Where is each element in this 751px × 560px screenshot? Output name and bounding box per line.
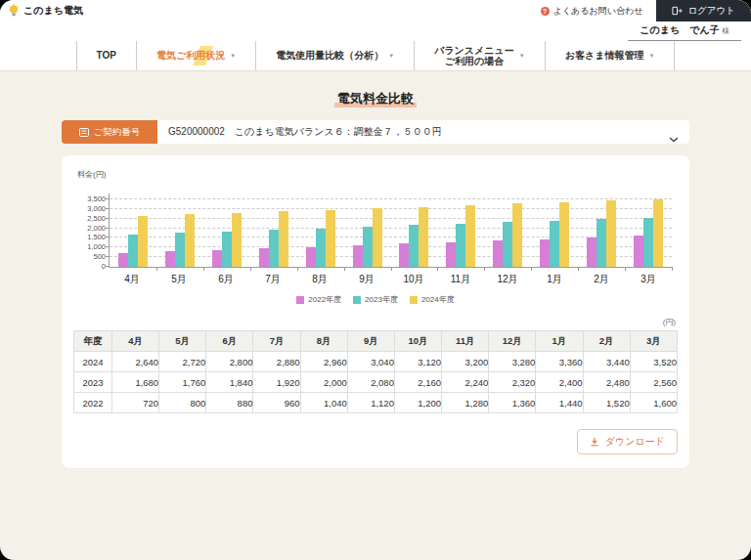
data-table: 年度4月5月6月7月8月9月10月11月12月1月2月3月20242,6402,… xyxy=(73,330,678,413)
bar-2024年度-7月[interactable] xyxy=(279,211,288,267)
bar-2024年度-2月[interactable] xyxy=(606,200,616,267)
contract-value: G520000002 このまち電気バランス６：調整金７，５００円 xyxy=(157,125,689,139)
y-tick-label: 1,500 xyxy=(72,233,106,241)
bar-2022年度-8月[interactable] xyxy=(306,247,316,268)
bar-2022年度-10月[interactable] xyxy=(399,243,409,267)
value-cell: 3,280 xyxy=(489,352,536,372)
legend-label: 2022年度 xyxy=(308,294,341,305)
nav-item-customer-info[interactable]: お客さま情報管理▼ xyxy=(545,41,676,70)
x-axis-label: 2月 xyxy=(578,273,625,286)
legend-label: 2023年度 xyxy=(365,294,398,305)
download-label: ダウンロード xyxy=(605,435,665,449)
x-tick-mark xyxy=(250,267,251,271)
browser-window: このまち電気 ? よくあるお問い合わせ ログアウト このまち でん子 様 TOP… xyxy=(0,0,751,560)
bar-2024年度-9月[interactable] xyxy=(373,208,382,267)
bar-group-1月 xyxy=(531,194,578,267)
x-axis-label: 5月 xyxy=(155,273,202,286)
table-header-cell: 10月 xyxy=(394,331,441,352)
logout-button[interactable]: ログアウト xyxy=(656,0,751,22)
y-tick-label: 1,000 xyxy=(72,242,106,251)
bar-group-6月 xyxy=(203,194,250,267)
bar-2024年度-1月[interactable] xyxy=(559,202,569,267)
bar-2022年度-1月[interactable] xyxy=(540,239,550,267)
y-axis-label: 料金(円) xyxy=(77,169,678,180)
bar-2023年度-10月[interactable] xyxy=(409,225,419,267)
bar-2024年度-3月[interactable] xyxy=(653,199,663,267)
bar-2022年度-4月[interactable] xyxy=(118,253,128,267)
value-cell: 1,680 xyxy=(112,372,159,393)
faq-link[interactable]: ? よくあるお問い合わせ xyxy=(541,5,643,18)
value-cell: 880 xyxy=(206,393,253,413)
bar-2023年度-9月[interactable] xyxy=(363,227,373,267)
table-unit-label: (円) xyxy=(73,317,676,327)
nav-item-label: お客さま情報管理 xyxy=(565,50,644,62)
nav-item-balance-menu[interactable]: バランスメニューご利用の場合▼ xyxy=(414,41,545,70)
chevron-down-icon: ▼ xyxy=(230,53,236,60)
value-cell: 2,320 xyxy=(489,372,536,393)
bar-2022年度-12月[interactable] xyxy=(493,240,503,267)
bar-2022年度-11月[interactable] xyxy=(446,242,456,267)
logout-label: ログアウト xyxy=(687,5,735,18)
nav-item-usage-status[interactable]: 電気ご利用状況▼ xyxy=(136,41,255,70)
value-cell: 1,760 xyxy=(159,372,206,393)
nav-item-usage-comparison[interactable]: 電気使用量比較（分析）▼ xyxy=(255,41,414,70)
table-body: 20242,6402,7202,8002,8802,9603,0403,1203… xyxy=(74,352,678,413)
bar-2022年度-5月[interactable] xyxy=(165,251,175,267)
bar-group-3月 xyxy=(625,194,672,267)
bar-2022年度-7月[interactable] xyxy=(259,248,269,267)
bar-2023年度-8月[interactable] xyxy=(316,229,326,267)
chevron-down-icon[interactable] xyxy=(669,129,679,147)
x-tick-mark xyxy=(297,267,298,271)
y-tick-label: 0 xyxy=(72,262,106,271)
bar-2023年度-5月[interactable] xyxy=(175,233,185,267)
nav-item-label: TOP xyxy=(97,50,116,62)
value-cell: 1,040 xyxy=(300,393,347,413)
bar-2024年度-6月[interactable] xyxy=(232,213,242,267)
nav-item-top[interactable]: TOP xyxy=(76,41,136,70)
bar-2022年度-2月[interactable] xyxy=(587,237,596,267)
brand-logo[interactable]: このまち電気 xyxy=(0,4,83,18)
x-tick-mark xyxy=(391,267,392,271)
contract-select[interactable]: ご契約番号 G520000002 このまち電気バランス６：調整金７，５００円 xyxy=(62,120,689,144)
faq-label: よくあるお問い合わせ xyxy=(553,5,643,18)
bar-2023年度-12月[interactable] xyxy=(503,222,512,267)
contract-number-label: ご契約番号 xyxy=(62,120,157,144)
table-header-cell: 1月 xyxy=(536,331,583,352)
page-title-text: 電気料金比較 xyxy=(334,91,417,108)
value-cell: 1,440 xyxy=(536,393,583,413)
x-axis-label: 8月 xyxy=(296,273,343,286)
bar-2022年度-9月[interactable] xyxy=(353,245,363,267)
contract-card-icon xyxy=(79,128,89,137)
bar-2023年度-1月[interactable] xyxy=(550,221,559,267)
bar-2022年度-6月[interactable] xyxy=(212,250,222,267)
bar-2023年度-7月[interactable] xyxy=(269,230,279,267)
user-name: このまち でん子 様 xyxy=(628,23,741,41)
table-header-cell: 6月 xyxy=(206,331,253,352)
bar-group-2月 xyxy=(578,194,625,267)
bar-2024年度-4月[interactable] xyxy=(138,216,148,267)
question-circle-icon: ? xyxy=(541,7,550,16)
value-cell: 2,400 xyxy=(536,372,583,393)
brand-name: このまち電気 xyxy=(23,4,83,18)
bar-2024年度-8月[interactable] xyxy=(326,210,335,267)
bar-group-5月 xyxy=(156,194,203,267)
bar-2023年度-4月[interactable] xyxy=(128,235,138,267)
value-cell: 2,160 xyxy=(394,372,441,393)
bar-2024年度-5月[interactable] xyxy=(185,214,195,267)
bar-group-7月 xyxy=(250,194,297,267)
bar-2023年度-11月[interactable] xyxy=(456,224,465,267)
bar-2023年度-6月[interactable] xyxy=(222,232,232,267)
value-cell: 3,200 xyxy=(442,352,489,372)
nav-item-label: 電気ご利用状況 xyxy=(156,50,225,62)
year-cell: 2023 xyxy=(74,372,112,393)
bar-2022年度-3月[interactable] xyxy=(634,236,643,267)
bar-2024年度-11月[interactable] xyxy=(465,205,475,267)
table-row-2024: 20242,6402,7202,8002,8802,9603,0403,1203… xyxy=(74,352,678,372)
bar-2024年度-10月[interactable] xyxy=(419,207,428,268)
plot-area: 05001,0001,5002,0002,5003,0003,500 xyxy=(109,194,672,268)
value-cell: 1,200 xyxy=(394,393,441,413)
bar-2023年度-2月[interactable] xyxy=(596,219,606,267)
download-button[interactable]: ダウンロード xyxy=(577,429,678,454)
bar-2024年度-12月[interactable] xyxy=(512,203,522,267)
bar-2023年度-3月[interactable] xyxy=(643,218,653,267)
